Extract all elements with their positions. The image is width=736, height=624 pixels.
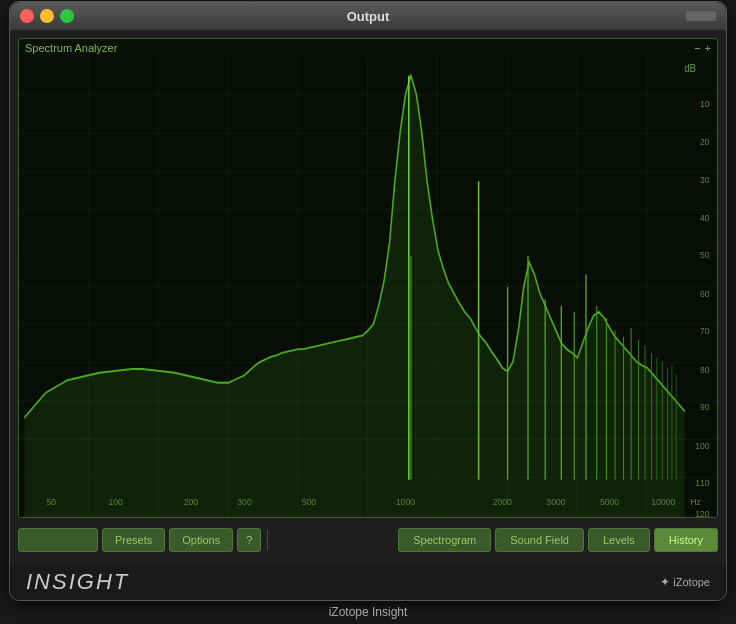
main-content: Spectrum Analyzer − + (10, 30, 726, 564)
svg-text:50: 50 (700, 250, 710, 261)
svg-text:300: 300 (237, 496, 251, 507)
spectrum-analyzer-panel: Spectrum Analyzer − + (18, 38, 718, 518)
close-button[interactable] (20, 9, 34, 23)
maximize-button[interactable] (60, 9, 74, 23)
svg-text:Hz: Hz (690, 496, 701, 507)
svg-text:90: 90 (700, 402, 710, 413)
svg-text:100: 100 (108, 496, 122, 507)
history-tab[interactable]: History (654, 528, 718, 552)
izotope-logo: ✦ iZotope (660, 575, 710, 589)
toolbar-separator (267, 530, 268, 550)
spectrum-chart-area: dB 10 20 30 40 50 60 70 80 90 100 110 12… (19, 57, 717, 517)
spectrum-svg: dB 10 20 30 40 50 60 70 80 90 100 110 12… (19, 57, 717, 517)
main-window: Output Spectrum Analyzer − + (9, 1, 727, 601)
bottom-bar: INSIGHT ✦ iZotope (10, 564, 726, 600)
svg-text:60: 60 (700, 288, 710, 299)
spectrum-header: Spectrum Analyzer − + (19, 39, 717, 57)
tab-buttons: Spectrogram Sound Field Levels History (398, 528, 718, 552)
izotope-star-icon: ✦ (660, 575, 670, 589)
options-button[interactable]: Options (169, 528, 233, 552)
svg-text:100: 100 (695, 440, 709, 451)
spectrum-header-controls: − + (694, 42, 711, 54)
spectrum-maximize-btn[interactable]: + (705, 42, 711, 54)
svg-text:1000: 1000 (396, 496, 415, 507)
insight-logo: INSIGHT (26, 569, 129, 595)
sound-field-tab[interactable]: Sound Field (495, 528, 584, 552)
svg-text:200: 200 (184, 496, 198, 507)
presets-button[interactable]: Presets (102, 528, 165, 552)
svg-text:120: 120 (695, 508, 709, 517)
window-title: Output (347, 9, 390, 24)
spectrum-analyzer-title: Spectrum Analyzer (25, 42, 117, 54)
title-bar: Output (10, 2, 726, 30)
svg-text:20: 20 (700, 137, 710, 148)
svg-text:30: 30 (700, 174, 710, 185)
svg-text:500: 500 (302, 496, 316, 507)
svg-text:3000: 3000 (546, 496, 565, 507)
svg-text:50: 50 (46, 496, 56, 507)
window-controls (20, 9, 74, 23)
svg-text:10000: 10000 (651, 496, 675, 507)
svg-text:70: 70 (700, 326, 710, 337)
svg-text:5000: 5000 (600, 496, 619, 507)
svg-text:dB: dB (684, 62, 696, 74)
toolbar: Presets Options ? Spectrogram Sound Fiel… (18, 524, 718, 556)
svg-text:10: 10 (700, 98, 710, 109)
levels-tab[interactable]: Levels (588, 528, 650, 552)
izotope-text: iZotope (673, 576, 710, 588)
toolbar-spacer (18, 528, 98, 552)
resize-handle (686, 11, 716, 21)
svg-text:40: 40 (700, 213, 710, 224)
svg-text:110: 110 (695, 477, 709, 488)
minimize-button[interactable] (40, 9, 54, 23)
window-label: iZotope Insight (9, 601, 727, 623)
svg-text:80: 80 (700, 364, 710, 375)
spectrogram-tab[interactable]: Spectrogram (398, 528, 491, 552)
help-button[interactable]: ? (237, 528, 261, 552)
svg-text:2000: 2000 (493, 496, 512, 507)
spectrum-minimize-btn[interactable]: − (694, 42, 700, 54)
